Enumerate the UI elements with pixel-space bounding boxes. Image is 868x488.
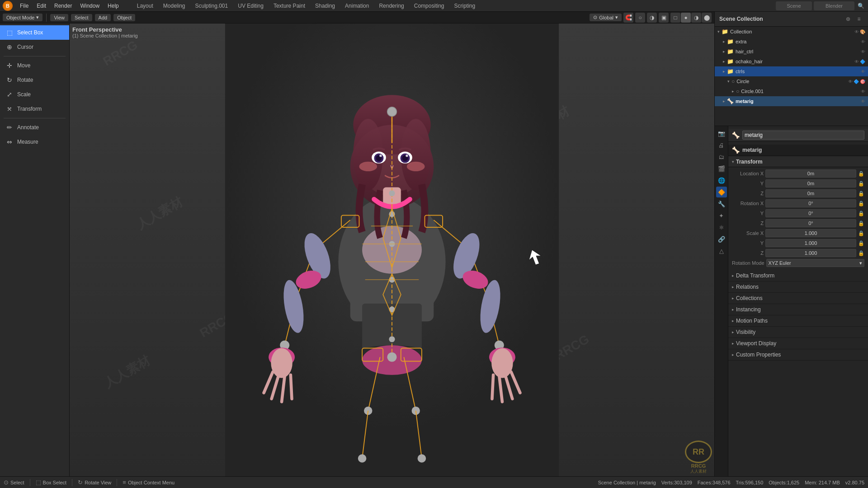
tab-modeling[interactable]: Modeling	[159, 1, 190, 10]
rotation-mode-dropdown[interactable]: XYZ Euler ▾	[766, 259, 864, 267]
relations-section[interactable]: ▸ Relations	[728, 282, 868, 293]
tab-shading[interactable]: Shading	[311, 1, 340, 10]
status-stats: Scene Collection | metarig	[598, 480, 656, 485]
prop-icon-output[interactable]: 🖨	[716, 140, 727, 150]
prop-icon-constraints[interactable]: 🔗	[716, 234, 727, 244]
scale-y-input[interactable]	[765, 239, 856, 247]
visibility-section[interactable]: ▸ Visibility	[728, 327, 868, 338]
tab-rendering[interactable]: Rendering	[374, 1, 408, 10]
prop-icon-scene[interactable]: 🎬	[716, 163, 727, 174]
select-menu[interactable]: Select	[71, 14, 92, 21]
outliner-row-circle[interactable]: ▾ ○ Circle 👁 🔷 🎯	[715, 76, 868, 86]
menu-file[interactable]: File	[16, 2, 32, 10]
filter-icon[interactable]: ⊛	[844, 14, 853, 23]
outliner-row-ochako[interactable]: ▸ 📁 ochako_hair 👁 🔷	[715, 56, 868, 66]
overlay-icon[interactable]: ◑	[647, 13, 657, 23]
scene-name-field[interactable]: Scene	[776, 1, 812, 10]
divider-1	[46, 14, 47, 22]
rotation-y-lock[interactable]: 🔒	[858, 211, 864, 216]
rotation-x-lock[interactable]: 🔒	[858, 201, 864, 206]
add-menu[interactable]: Add	[95, 14, 111, 21]
prop-icon-viewlayer[interactable]: 🗂	[716, 151, 727, 162]
outliner-row-ctrls[interactable]: ▸ 📁 ctrls 👁	[715, 66, 868, 76]
scale-z-input[interactable]	[765, 249, 856, 257]
tool-annotate[interactable]: ✏ Annotate	[0, 120, 69, 135]
prop-icon-modifier[interactable]: 🔧	[716, 198, 727, 209]
transform-section-header[interactable]: ▾ Transform	[728, 157, 868, 167]
tool-move[interactable]: ✛ Move	[0, 58, 69, 73]
tab-layout[interactable]: Layout	[132, 1, 158, 10]
location-y-lock[interactable]: 🔒	[858, 181, 864, 187]
vp-display-title: Viewport Display	[736, 340, 776, 347]
view-layer-field[interactable]: Blender	[814, 1, 854, 10]
rotation-x-input[interactable]	[765, 199, 856, 207]
outliner-row-circle001[interactable]: ▸ ○ Circle.001 👁	[715, 86, 868, 96]
shading-material[interactable]: ◑	[691, 13, 701, 23]
tab-compositing[interactable]: Compositing	[410, 1, 449, 10]
scale-z-lock[interactable]: 🔒	[858, 250, 864, 256]
object-menu[interactable]: Object	[113, 14, 135, 21]
shading-rendered[interactable]: ⬤	[702, 13, 712, 23]
object-name-input[interactable]	[742, 131, 864, 140]
collections-section[interactable]: ▸ Collections	[728, 293, 868, 304]
rotation-z-input[interactable]	[765, 219, 856, 227]
menu-edit[interactable]: Edit	[33, 2, 50, 10]
xray-toggle[interactable]: ▣	[659, 13, 669, 23]
transform-global[interactable]: ⊙ Global ▾	[590, 14, 622, 21]
proportional-edit[interactable]: ○	[635, 13, 645, 23]
tool-rotate[interactable]: ↻ Rotate	[0, 73, 69, 87]
outliner-row-haircl[interactable]: ▸ 📁 hair_ctrl 👁	[715, 47, 868, 56]
tab-animation[interactable]: Animation	[340, 1, 373, 10]
prop-icon-world[interactable]: 🌐	[716, 175, 727, 186]
delta-transform-section[interactable]: ▸ Delta Transform	[728, 270, 868, 282]
tool-select-box[interactable]: ⬚ Select Box	[0, 25, 69, 40]
tool-cursor[interactable]: ⊕ Cursor	[0, 40, 69, 54]
scale-x-input[interactable]	[765, 229, 856, 237]
location-x-input[interactable]	[765, 169, 856, 178]
prop-icon-render[interactable]: 📷	[716, 128, 727, 139]
motion-paths-section[interactable]: ▸ Motion Paths	[728, 315, 868, 327]
location-y-input[interactable]	[765, 179, 856, 188]
outliner-row-metarig[interactable]: ▸ 🦴 metarig 👁	[715, 96, 868, 106]
location-z-lock[interactable]: 🔒	[858, 191, 864, 197]
shading-wire[interactable]: □	[670, 13, 680, 23]
outliner-row-collection[interactable]: ▾ 📁 Collection 👁 🎨	[715, 27, 868, 37]
snap-icon[interactable]: 🧲	[623, 13, 633, 23]
outliner-row-extra[interactable]: ▸ 📁 extra 👁	[715, 37, 868, 47]
shading-solid[interactable]: ●	[681, 13, 691, 23]
rotation-z-lock[interactable]: 🔒	[858, 221, 864, 226]
scale-x-lock[interactable]: 🔒	[858, 230, 864, 236]
custom-props-section[interactable]: ▸ Custom Properties	[728, 349, 868, 361]
outliner-filter[interactable]: ≡	[854, 14, 863, 23]
svg-point-25	[389, 190, 395, 196]
expand-icon: ▾	[717, 29, 720, 34]
svg-point-20	[359, 162, 377, 171]
tab-scripting[interactable]: Scripting	[449, 1, 480, 10]
rotation-y-input[interactable]	[765, 209, 856, 217]
object-mode-selector[interactable]: Object Mode ▾	[3, 14, 42, 21]
prop-icon-physics[interactable]: ⚛	[716, 222, 727, 233]
prop-icon-object[interactable]: 🔶	[716, 187, 727, 197]
prop-icon-particles[interactable]: ✦	[716, 210, 727, 221]
location-x-lock[interactable]: 🔒	[858, 171, 864, 177]
location-z-input[interactable]	[765, 189, 856, 197]
tab-texture[interactable]: Texture Paint	[269, 1, 310, 10]
instancing-section[interactable]: ▸ Instancing	[728, 304, 868, 315]
menu-render[interactable]: Render	[51, 2, 75, 10]
prop-icon-data[interactable]: △	[716, 245, 727, 256]
menu-help[interactable]: Help	[104, 2, 123, 10]
tab-sculpting[interactable]: Sculpting.001	[191, 1, 233, 10]
tab-uv[interactable]: UV Editing	[233, 1, 268, 10]
viewport-3d[interactable]: RRCG 人人素材 RRCG 人人素材 人人素材 RRCG RRCG RRCG …	[70, 23, 714, 476]
viewport-display-section[interactable]: ▸ Viewport Display	[728, 338, 868, 349]
ctrls-label: ctrls	[736, 69, 859, 74]
search-icon[interactable]: 🔍	[856, 1, 865, 10]
custom-props-arrow: ▸	[732, 352, 734, 357]
scale-y-lock[interactable]: 🔒	[858, 240, 864, 246]
tool-scale[interactable]: ⤢ Scale	[0, 87, 69, 102]
tool-transform[interactable]: ⤧ Transform	[0, 102, 69, 116]
tool-measure[interactable]: ⇔ Measure	[0, 135, 69, 149]
view-menu[interactable]: View	[50, 14, 68, 21]
transform-title: Transform	[736, 159, 763, 165]
menu-window[interactable]: Window	[76, 2, 103, 10]
